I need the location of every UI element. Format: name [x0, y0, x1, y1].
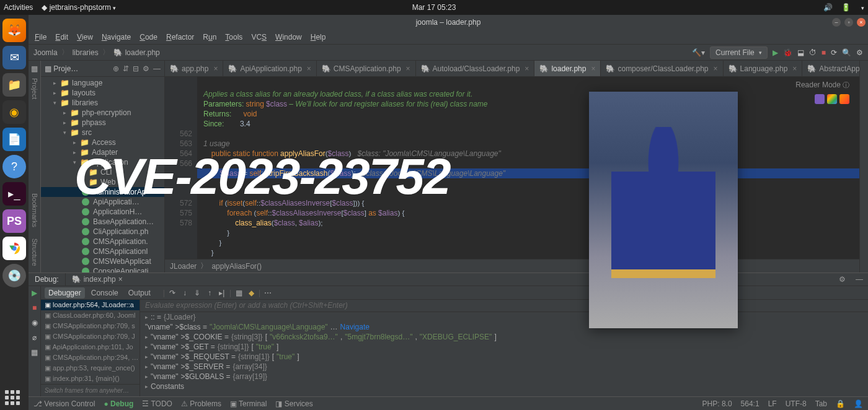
phpstorm-icon[interactable]: PS — [2, 209, 26, 233]
editor-tab[interactable]: 🐘loader.php× — [534, 61, 601, 77]
phpstorm-preview-icon[interactable] — [815, 94, 825, 104]
firefox-preview-icon[interactable] — [839, 94, 849, 104]
clock[interactable]: Mar 17 05:23 — [412, 3, 456, 12]
editor-tab[interactable]: 🐘CMSApplication.php× — [317, 61, 416, 77]
editor-tab[interactable]: 🐘AbstractApplication.php× — [802, 61, 859, 77]
caret-pos[interactable]: 564:1 — [741, 399, 760, 408]
encoding[interactable]: UTF-8 — [786, 399, 807, 408]
line-sep[interactable]: LF — [768, 399, 777, 408]
lock-icon[interactable]: 🔒 — [836, 399, 845, 408]
chrome-preview-icon[interactable] — [827, 94, 837, 104]
variable-row[interactable]: ▸ "vname">$_SERVER = {array[34]} — [140, 362, 868, 372]
tree-node[interactable]: ConsoleApplicati — [41, 266, 164, 273]
volume-icon[interactable]: 🔊 — [823, 3, 833, 12]
problems-tool[interactable]: ⚠ Problems — [181, 399, 221, 408]
gear-icon[interactable]: ⚙ — [143, 64, 149, 73]
inspect-icon[interactable]: 👤 — [854, 399, 863, 408]
debug-settings-icon[interactable]: ⚙ — [834, 275, 851, 284]
system-menu[interactable] — [859, 3, 864, 12]
thunderbird-icon[interactable]: ✉ — [2, 46, 26, 69]
tree-node[interactable]: 📁src — [41, 128, 164, 137]
terminal-tool[interactable]: ▣ Terminal — [230, 399, 267, 408]
stack-frame[interactable]: ▣ CMSApplication.php:709, J — [41, 331, 140, 342]
bookmarks-label[interactable]: Bookmarks — [31, 193, 38, 227]
todo-tool[interactable]: ☲ TODO — [142, 399, 172, 408]
variable-row[interactable]: ▸ "vname">$GLOBALS = {array[19]} — [140, 372, 868, 382]
menu-file[interactable]: File — [35, 33, 46, 41]
tree-node[interactable]: 📁libraries — [41, 98, 164, 108]
run-to-cursor-icon[interactable]: ▸| — [217, 288, 227, 298]
menu-help[interactable]: Help — [311, 33, 326, 41]
step-into-icon[interactable]: ↓ — [180, 288, 190, 298]
files-icon[interactable]: 📁 — [2, 73, 26, 97]
menu-code[interactable]: Code — [140, 33, 157, 41]
stack-frame[interactable]: ▣ loader.php:564, JLoader::a — [41, 300, 140, 310]
stack-frame[interactable]: ▣ app.php:53, require_once() — [41, 363, 140, 373]
expand-icon[interactable]: ⇵ — [123, 64, 129, 73]
debug-session-tab[interactable]: 🐘 index.php × — [66, 273, 129, 286]
stack-frame[interactable]: ▣ index.php:31, {main}() — [41, 373, 140, 384]
stack-frame[interactable]: ▣ CMSApplication.php:294, … — [41, 352, 140, 363]
menu-tools[interactable]: Tools — [225, 33, 242, 41]
variables-panel[interactable]: Evaluate expression (Enter) or add a wat… — [140, 300, 868, 396]
stop-debug-button[interactable]: ■ — [32, 303, 37, 312]
debug-hide-icon[interactable]: — — [851, 275, 868, 284]
minimize-button[interactable]: – — [832, 18, 841, 27]
resume-button[interactable]: ▶ — [32, 289, 37, 297]
evaluate-icon[interactable]: ▦ — [234, 288, 244, 298]
stop-button[interactable]: ■ — [822, 48, 826, 57]
output-tab[interactable]: Output — [125, 287, 154, 299]
tree-node[interactable]: 📁php-encryption — [41, 108, 164, 118]
menu-navigate[interactable]: Navigate — [102, 33, 131, 41]
hide-icon[interactable]: — — [153, 64, 161, 73]
step-over-icon[interactable]: ↷ — [167, 288, 177, 298]
build-icon[interactable]: 🔨▾ — [692, 48, 705, 57]
editor-tab[interactable]: 🐘app.php× — [165, 61, 223, 77]
structure-label[interactable]: Structure — [31, 238, 38, 266]
tree-node[interactable]: 📁Access — [41, 137, 164, 147]
tree-node[interactable]: 📁phpass — [41, 118, 164, 128]
debugger-tab[interactable]: Debugger — [45, 287, 85, 299]
more-icon[interactable]: ⋯ — [263, 288, 273, 298]
editor-tab[interactable]: 🐘ApiApplication.php× — [223, 61, 316, 77]
profile-icon[interactable]: ⏱ — [809, 48, 817, 57]
tree-node[interactable]: ApplicationH… — [41, 207, 164, 217]
variable-row[interactable]: ▸ :: = {JLoader} — [140, 312, 868, 322]
tree-node[interactable]: 📁language — [41, 78, 164, 88]
search-icon[interactable]: 🔍 — [842, 48, 851, 57]
menu-window[interactable]: Window — [275, 33, 302, 41]
menu-edit[interactable]: Edit — [55, 33, 68, 41]
terminal-icon[interactable]: ▸_ — [2, 182, 26, 206]
services-tool[interactable]: ◨ Services — [275, 399, 312, 408]
collapse-icon[interactable]: ⊟ — [133, 64, 139, 73]
disc-icon[interactable]: 💿 — [2, 264, 26, 287]
git-update-icon[interactable]: ⟳ — [831, 48, 837, 57]
chrome-icon[interactable] — [2, 237, 26, 260]
debug-button[interactable]: 🐞 — [783, 48, 792, 57]
tree-node[interactable]: BaseApplication… — [41, 217, 164, 227]
run-config-selector[interactable]: Current File — [710, 46, 768, 59]
variable-row[interactable]: ▸ "vname">$_REQUEST = {string[1]} ["true… — [140, 352, 868, 362]
battery-icon[interactable]: 🔋 — [841, 3, 851, 12]
evaluate-input[interactable]: Evaluate expression (Enter) or add a wat… — [140, 300, 868, 312]
mute-bp-icon[interactable]: ⌀ — [32, 333, 37, 342]
stack-frame[interactable]: ▣ ApiApplication.php:101, Jo — [41, 342, 140, 352]
editor-tab[interactable]: 🐘composer/ClassLoader.php× — [601, 61, 723, 77]
firefox-icon[interactable]: 🦊 — [2, 19, 26, 42]
tree-node[interactable]: 📁layouts — [41, 88, 164, 98]
stack-frame[interactable]: ▣ CMSApplication.php:709, s — [41, 321, 140, 331]
view-breakpoints-icon[interactable]: ◉ — [32, 318, 38, 327]
help-icon[interactable]: ? — [2, 155, 26, 178]
reader-mode-toggle[interactable]: Reader Mode ⓘ — [795, 81, 849, 90]
tree-node[interactable]: CMSApplication. — [41, 237, 164, 246]
frames-list[interactable]: ▣ loader.php:564, JLoader::a▣ ClassLoade… — [41, 300, 140, 396]
breadcrumb[interactable]: Joomla〉 libraries〉 🐘loader.php — [33, 47, 160, 58]
variable-row[interactable]: "vname">$class = "Joomla\CMS\Language\La… — [140, 322, 868, 332]
tree-node[interactable]: CliApplication.ph — [41, 227, 164, 237]
menu-run[interactable]: Run — [203, 33, 216, 41]
php-version[interactable]: PHP: 8.0 — [702, 399, 732, 408]
step-out-icon[interactable]: ↑ — [205, 288, 215, 298]
editor-path-bar[interactable]: JLoader 〉 applyAliasFor() — [165, 259, 859, 273]
variable-row[interactable]: ▸ Constants — [140, 382, 868, 391]
settings-icon[interactable]: ⚙ — [856, 48, 863, 57]
